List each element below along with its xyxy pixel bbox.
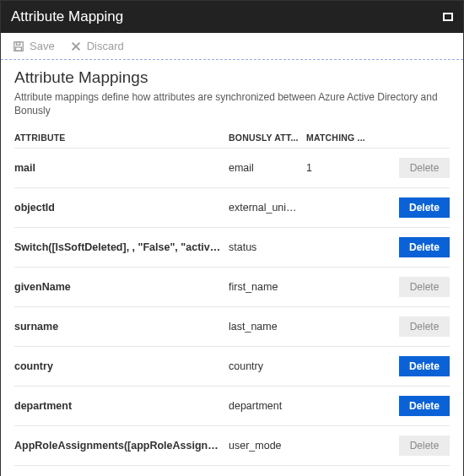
cell-action: Delete	[372, 188, 450, 228]
cell-attribute: country	[14, 347, 225, 387]
cell-bonusly: status	[225, 228, 303, 268]
cell-bonusly: external_uniq...	[225, 188, 303, 228]
table-row[interactable]: AppRoleAssignments([appRoleAssignments])…	[14, 426, 450, 466]
cell-action: Delete	[372, 307, 450, 347]
section-title: Attribute Mappings	[14, 68, 450, 87]
cell-bonusly: first_name	[225, 268, 303, 307]
table-row[interactable]: surnamelast_nameDelete	[14, 307, 450, 347]
table-row[interactable]: Switch([IsSoftDeleted], , "False", "acti…	[14, 228, 450, 268]
cell-attribute: AppRoleAssignments([appRoleAssignments])	[14, 426, 225, 466]
cell-action: Delete	[372, 387, 450, 426]
discard-icon	[70, 41, 82, 52]
discard-label: Discard	[87, 40, 124, 52]
cell-action: Delete	[372, 268, 450, 307]
save-button[interactable]: Save	[13, 40, 55, 52]
table-row[interactable]: givenNamefirst_nameDelete	[14, 268, 450, 307]
save-icon	[13, 41, 24, 52]
cell-action: Delete	[372, 347, 450, 387]
attribute-mapping-panel: Attribute Mapping Save Discard Attribute…	[0, 0, 464, 476]
toolbar: Save Discard	[1, 33, 463, 60]
cell-attribute: objectId	[14, 188, 225, 228]
cell-action: Delete	[372, 426, 450, 466]
cell-action: Delete	[372, 228, 450, 268]
table-row[interactable]: departmentdepartmentDelete	[14, 387, 450, 426]
maximize-icon[interactable]	[443, 13, 453, 21]
cell-matching	[303, 387, 372, 426]
cell-matching	[303, 268, 372, 307]
cell-bonusly: email	[225, 149, 303, 188]
discard-button[interactable]: Discard	[70, 40, 124, 52]
delete-button: Delete	[399, 158, 450, 178]
cell-action: Delete	[372, 149, 450, 188]
col-header-attribute[interactable]: ATTRIBUTE	[14, 126, 225, 149]
delete-button[interactable]: Delete	[399, 237, 450, 257]
cell-matching	[303, 307, 372, 347]
cell-matching	[303, 188, 372, 228]
col-header-bonusly[interactable]: BONUSLY ATT...	[225, 126, 303, 149]
cell-attribute: mail	[14, 149, 225, 188]
cell-bonusly: department	[225, 387, 303, 426]
delete-button[interactable]: Delete	[399, 396, 450, 416]
content-area: Attribute Mappings Attribute mappings de…	[1, 60, 463, 476]
cell-matching: 1	[303, 149, 372, 188]
cell-matching	[303, 426, 372, 466]
delete-button: Delete	[399, 277, 450, 297]
panel-title: Attribute Mapping	[11, 8, 123, 25]
cell-attribute: Switch([IsSoftDeleted], , "False", "acti…	[14, 228, 225, 268]
table-row[interactable]: mailemail1Delete	[14, 149, 450, 188]
add-new-mapping-link[interactable]: Add New Mapping	[14, 466, 450, 476]
title-bar: Attribute Mapping	[1, 1, 463, 33]
cell-bonusly: last_name	[225, 307, 303, 347]
svg-rect-1	[16, 41, 19, 45]
table-row[interactable]: objectIdexternal_uniq...Delete	[14, 188, 450, 228]
mapping-table: ATTRIBUTE BONUSLY ATT... MATCHING ... ma…	[14, 126, 450, 466]
cell-attribute: surname	[14, 307, 225, 347]
delete-button: Delete	[399, 435, 450, 456]
cell-attribute: department	[14, 387, 225, 426]
col-header-actions	[372, 126, 450, 149]
cell-attribute: givenName	[14, 268, 225, 307]
cell-matching	[303, 347, 372, 387]
cell-matching	[303, 228, 372, 268]
cell-bonusly: country	[225, 347, 303, 387]
save-label: Save	[30, 40, 55, 52]
col-header-matching[interactable]: MATCHING ...	[303, 126, 372, 149]
delete-button[interactable]: Delete	[399, 356, 450, 376]
table-row[interactable]: countrycountryDelete	[14, 347, 450, 387]
section-description: Attribute mappings define how attributes…	[14, 90, 450, 117]
delete-button: Delete	[399, 316, 450, 337]
cell-bonusly: user_mode	[225, 426, 303, 466]
svg-rect-2	[16, 46, 22, 50]
delete-button[interactable]: Delete	[399, 197, 450, 218]
